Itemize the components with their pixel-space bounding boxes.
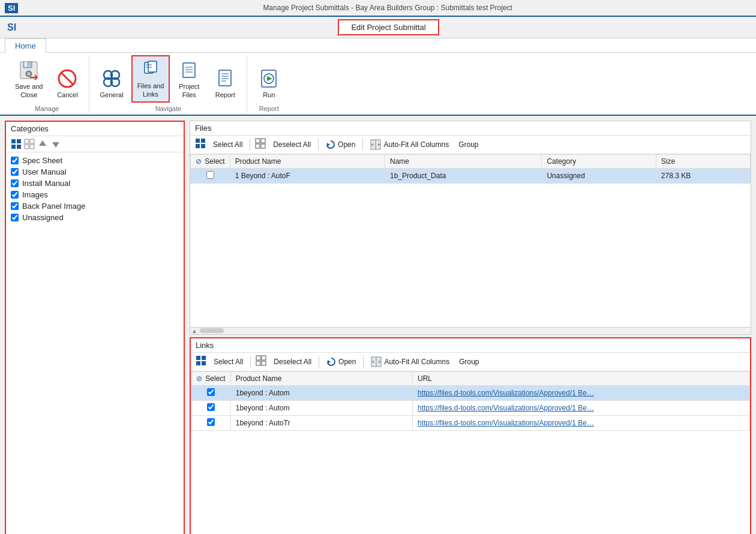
links-autofit-button[interactable]: Auto-Fit All Columns bbox=[368, 355, 452, 368]
edit-project-button[interactable]: Edit Project Submittal bbox=[338, 19, 439, 35]
save-close-button[interactable]: Save andClose bbox=[10, 56, 48, 103]
links-row0-checkbox[interactable] bbox=[207, 388, 215, 396]
files-table-scroll[interactable]: ⊘ Select Product Name Name Category Size bbox=[190, 154, 751, 327]
files-row-size: 278.3 KB bbox=[656, 168, 750, 183]
links-row1-product-name: 1beyond : Autom bbox=[230, 400, 412, 415]
svg-rect-16 bbox=[183, 63, 195, 77]
category-item-spec-sheet: Spec Sheet bbox=[11, 155, 179, 166]
links-section: Links Select All bbox=[190, 337, 751, 534]
ribbon: Home Save andClose bbox=[0, 38, 756, 116]
links-row2-checkbox[interactable] bbox=[207, 418, 215, 426]
files-toolbar-divider3 bbox=[362, 139, 363, 151]
list-view-button[interactable] bbox=[24, 139, 35, 149]
right-panel: Files Select All bbox=[190, 121, 751, 534]
files-select-sort-icon[interactable]: ⊘ bbox=[196, 157, 202, 166]
category-label-install-manual: Install Manual bbox=[22, 179, 70, 188]
category-label-spec-sheet: Spec Sheet bbox=[22, 156, 62, 165]
files-autofit-button[interactable]: Auto-Fit All Columns bbox=[368, 138, 451, 151]
cancel-button[interactable]: Cancel bbox=[50, 65, 84, 102]
tab-home[interactable]: Home bbox=[5, 38, 46, 53]
files-hscroll[interactable]: ▲ bbox=[190, 327, 751, 334]
run-label: Run bbox=[263, 91, 275, 99]
run-button[interactable]: Run bbox=[252, 65, 286, 102]
svg-rect-32 bbox=[25, 139, 29, 143]
links-col-product-name: Product Name bbox=[230, 371, 412, 385]
project-files-label: ProjectFiles bbox=[179, 82, 199, 100]
cancel-icon bbox=[56, 68, 78, 89]
links-group-button[interactable]: Group bbox=[457, 356, 481, 367]
general-button[interactable]: General bbox=[94, 65, 128, 102]
category-checkbox-back-panel[interactable] bbox=[11, 202, 19, 210]
links-col-select: ⊘ Select bbox=[191, 371, 231, 385]
files-deselect-all-button[interactable]: Deselect All bbox=[271, 139, 313, 150]
grid-view-button[interactable] bbox=[11, 139, 22, 149]
report-button[interactable]: Report bbox=[208, 65, 242, 102]
svg-rect-44 bbox=[256, 144, 260, 148]
links-row2-url[interactable]: https://files.d-tools.com/Visualizations… bbox=[413, 415, 750, 430]
svg-rect-34 bbox=[25, 145, 29, 149]
links-row1-url[interactable]: https://files.d-tools.com/Visualizations… bbox=[413, 400, 750, 415]
files-row-category: Unassigned bbox=[542, 168, 656, 183]
move-up-button[interactable] bbox=[37, 139, 48, 149]
links-row0-select[interactable] bbox=[191, 385, 231, 400]
scroll-arrow-up[interactable]: ▲ bbox=[191, 328, 197, 334]
svg-rect-56 bbox=[262, 356, 266, 360]
categories-title: Categories bbox=[6, 122, 184, 136]
category-checkbox-unassigned[interactable] bbox=[11, 214, 19, 221]
ribbon-group-report-label: Report bbox=[259, 105, 279, 112]
files-grid-icon bbox=[195, 138, 206, 151]
links-autofit-icon bbox=[371, 356, 382, 367]
links-select-sort-icon[interactable]: ⊘ bbox=[196, 374, 202, 383]
files-table: ⊘ Select Product Name Name Category Size bbox=[190, 154, 751, 184]
grid-view-icon bbox=[11, 139, 22, 149]
files-deselect-grid-icon bbox=[255, 138, 266, 151]
category-checkbox-install-manual[interactable] bbox=[11, 179, 19, 187]
move-down-button[interactable] bbox=[50, 139, 61, 149]
links-table: ⊘ Select Product Name URL 1beyond : Auto… bbox=[191, 371, 750, 431]
files-group-button[interactable]: Group bbox=[456, 139, 481, 150]
category-item-install-manual: Install Manual bbox=[11, 178, 179, 189]
files-row-checkbox[interactable] bbox=[206, 171, 214, 179]
svg-marker-59 bbox=[328, 360, 331, 364]
category-checkbox-user-manual[interactable] bbox=[11, 168, 19, 176]
svg-marker-36 bbox=[39, 140, 46, 146]
refresh-icon bbox=[326, 140, 335, 149]
main-layout: Categories bbox=[0, 116, 756, 534]
ribbon-group-navigate: General Files andLinks bbox=[89, 55, 247, 112]
svg-rect-29 bbox=[17, 139, 21, 143]
links-row0-url[interactable]: https://files.d-tools.com/Visualizations… bbox=[413, 385, 750, 400]
categories-list: Spec Sheet User Manual Install Manual Im… bbox=[6, 152, 184, 534]
links-select-all-button[interactable]: Select All bbox=[211, 356, 245, 367]
category-checkbox-spec-sheet[interactable] bbox=[11, 157, 19, 164]
project-files-button[interactable]: ProjectFiles bbox=[172, 56, 206, 103]
svg-rect-39 bbox=[201, 139, 205, 143]
links-deselect-all-button[interactable]: Deselect All bbox=[271, 356, 314, 367]
svg-rect-54 bbox=[202, 361, 206, 365]
links-row1-select[interactable] bbox=[191, 400, 231, 415]
svg-rect-38 bbox=[196, 139, 200, 143]
category-checkbox-images[interactable] bbox=[11, 191, 19, 199]
links-open-button[interactable]: Open bbox=[324, 356, 358, 368]
files-col-product-name: Product Name bbox=[230, 154, 385, 168]
svg-rect-55 bbox=[256, 356, 260, 360]
files-row-select[interactable] bbox=[191, 168, 230, 183]
files-toolbar-divider2 bbox=[318, 139, 319, 151]
files-links-button[interactable]: Files andLinks bbox=[131, 55, 170, 103]
files-col-name: Name bbox=[385, 154, 541, 168]
ribbon-group-manage-label: Manage bbox=[35, 105, 59, 112]
links-title: Links bbox=[191, 338, 750, 353]
files-select-all-button[interactable]: Select All bbox=[211, 139, 245, 150]
links-row0-product-name: 1beyond : Autom bbox=[230, 385, 412, 400]
links-refresh-icon bbox=[326, 357, 336, 367]
links-table-row-0: 1beyond : Autom https://files.d-tools.co… bbox=[191, 385, 750, 400]
links-table-scroll[interactable]: ⊘ Select Product Name URL 1beyond : Auto… bbox=[191, 371, 750, 534]
files-hscroll-bar[interactable] bbox=[200, 328, 224, 333]
ribbon-group-report: Run Report bbox=[247, 55, 290, 112]
svg-rect-43 bbox=[261, 139, 265, 143]
links-row2-select[interactable] bbox=[191, 415, 231, 430]
files-open-button[interactable]: Open bbox=[323, 139, 358, 151]
cancel-label: Cancel bbox=[57, 91, 77, 99]
report-label: Report bbox=[215, 91, 235, 99]
links-row1-checkbox[interactable] bbox=[207, 403, 215, 411]
category-label-user-manual: User Manual bbox=[22, 167, 67, 176]
